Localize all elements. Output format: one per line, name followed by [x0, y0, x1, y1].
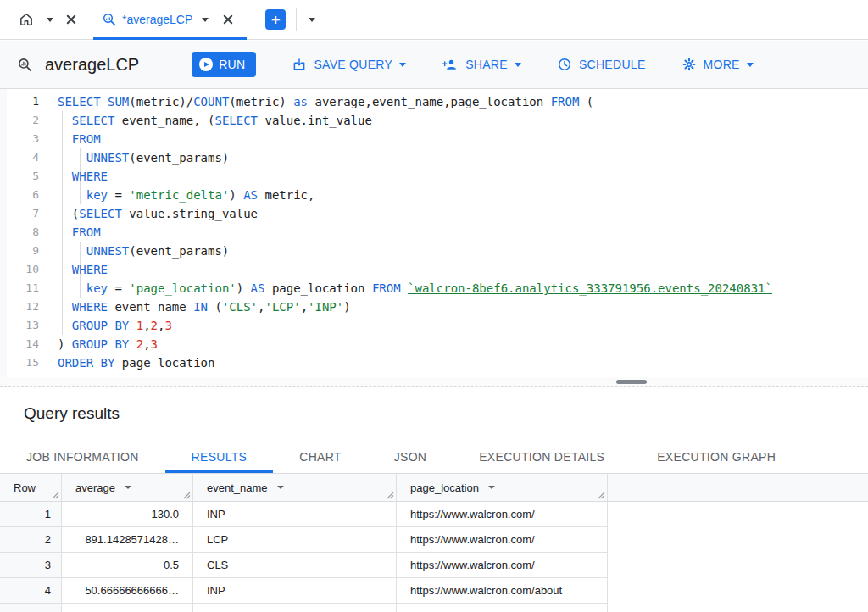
code-token: SELECT: [214, 114, 258, 127]
add-tab-button[interactable]: +: [265, 9, 286, 30]
close-home-tab-button[interactable]: [61, 7, 81, 32]
column-resize-handle[interactable]: [183, 492, 191, 499]
code-token: 3: [151, 337, 158, 351]
code-token: AS: [251, 281, 265, 295]
save-query-button[interactable]: SAVE QUERY: [292, 57, 406, 72]
query-tab-averagelcp[interactable]: *averageLCP: [93, 0, 247, 39]
code-token: [58, 300, 72, 314]
sql-editor[interactable]: 123456789101112131415 SELECT SUM(metric)…: [0, 89, 868, 377]
sort-caret-icon[interactable]: [277, 486, 284, 489]
code-token: IN: [193, 300, 208, 314]
results-tab-execution-details[interactable]: EXECUTION DETAILS: [453, 441, 631, 473]
sort-caret-icon[interactable]: [488, 486, 495, 489]
code-token: WHERE: [72, 263, 108, 276]
table-cell[interactable]: CLS: [193, 553, 397, 578]
table-cell[interactable]: LCP: [193, 527, 397, 553]
column-header-event_name[interactable]: event_name: [193, 474, 397, 501]
table-cell[interactable]: 891.1428571428…: [62, 527, 193, 553]
share-button[interactable]: SHARE: [442, 57, 521, 72]
home-tab-button[interactable]: [14, 7, 39, 32]
table-cell[interactable]: https://www.walcron.com/: [397, 553, 608, 578]
results-title: Query results: [24, 404, 120, 423]
code-line[interactable]: SELECT SUM(metric)/COUNT(metric) as aver…: [58, 92, 868, 111]
panel-resize-divider[interactable]: [0, 377, 868, 387]
more-button[interactable]: MORE: [682, 57, 754, 72]
close-icon: [222, 14, 234, 25]
row-number-cell: 3: [0, 553, 62, 578]
code-line[interactable]: (SELECT value.string_value: [58, 204, 868, 223]
code-line[interactable]: key = 'metric_delta') AS metric,: [58, 186, 868, 204]
drag-handle[interactable]: [616, 380, 647, 384]
table-cell: [193, 604, 397, 612]
table-cell: [397, 604, 608, 612]
table-cell[interactable]: 0.5: [62, 553, 193, 578]
code-line[interactable]: UNNEST(event_params): [58, 242, 868, 260]
code-token: ): [343, 300, 350, 314]
code-line[interactable]: WHERE: [58, 167, 868, 186]
code-line[interactable]: UNNEST(event_params): [58, 148, 868, 167]
code-token: 'LCP': [264, 300, 300, 314]
code-line[interactable]: WHERE: [58, 260, 868, 279]
table-cell[interactable]: 130.0: [62, 502, 193, 527]
column-header-label: event_name: [207, 481, 268, 494]
table-cell[interactable]: https://www.walcron.com/: [397, 527, 608, 553]
table-cell[interactable]: https://www.walcron.com/about: [397, 578, 608, 604]
close-query-tab-button[interactable]: [218, 7, 238, 32]
code-token: SUM: [108, 95, 129, 108]
schedule-button[interactable]: SCHEDULE: [557, 57, 646, 72]
results-tab-execution-graph[interactable]: EXECUTION GRAPH: [631, 441, 802, 473]
table-cell[interactable]: INP: [193, 502, 397, 527]
code-token: FROM: [551, 95, 580, 108]
table-reference-link[interactable]: `walcron-8bef6.analytics_333791956.event…: [408, 281, 772, 295]
code-token: [58, 188, 86, 202]
code-token: value.int_value: [258, 114, 372, 127]
editor-code[interactable]: SELECT SUM(metric)/COUNT(metric) as aver…: [58, 92, 868, 372]
table-cell[interactable]: INP: [193, 578, 397, 604]
code-line[interactable]: FROM: [58, 223, 868, 242]
results-tab-results[interactable]: RESULTS: [165, 441, 274, 473]
code-token: [58, 244, 86, 258]
home-tab-menu-button[interactable]: [42, 7, 58, 32]
results-tab-json[interactable]: JSON: [368, 441, 453, 473]
code-line[interactable]: key = 'page_location') AS page_location …: [58, 279, 868, 298]
results-tab-chart[interactable]: CHART: [273, 441, 367, 473]
column-resize-handle[interactable]: [598, 492, 605, 499]
sort-caret-icon[interactable]: [125, 486, 131, 489]
column-header-page_location[interactable]: page_location: [397, 474, 608, 501]
line-number: 12: [7, 298, 39, 316]
column-header-average[interactable]: average: [62, 474, 193, 501]
save-query-label: SAVE QUERY: [314, 58, 392, 71]
query-tab-menu-button[interactable]: [198, 7, 213, 32]
column-header-label: Row: [14, 481, 36, 494]
run-button[interactable]: RUN: [192, 52, 256, 77]
code-token: 'INP': [308, 300, 343, 314]
table-row-partial: [0, 604, 609, 612]
column-resize-handle[interactable]: [387, 492, 394, 499]
code-line[interactable]: ORDER BY page_location: [58, 353, 868, 372]
query-toolbar: averageLCP RUN SAVE QUERY SHARE: [0, 41, 868, 89]
chevron-down-icon: [309, 18, 315, 22]
code-line[interactable]: FROM: [58, 130, 868, 148]
table-row: 30.5CLShttps://www.walcron.com/: [0, 553, 609, 578]
run-button-label: RUN: [219, 58, 245, 71]
row-number-cell: 4: [0, 578, 62, 604]
table-cell[interactable]: 50.66666666666…: [62, 578, 193, 604]
column-header-row[interactable]: Row: [0, 474, 62, 501]
code-token: [58, 225, 72, 239]
query-title: averageLCP: [45, 55, 139, 75]
table-header-row: Rowaverageevent_namepage_location: [0, 474, 868, 502]
chevron-down-icon: [747, 63, 754, 67]
new-tab-menu-button[interactable]: [304, 7, 320, 32]
table-cell[interactable]: https://www.walcron.com/: [397, 502, 608, 527]
code-token: ): [236, 281, 251, 295]
code-line[interactable]: SELECT event_name, (SELECT value.int_val…: [58, 111, 868, 130]
code-token: (: [58, 207, 79, 220]
row-number-cell: [0, 604, 62, 612]
results-tab-job-information[interactable]: JOB INFORMATION: [0, 441, 165, 473]
code-token: 2: [136, 337, 143, 351]
column-resize-handle[interactable]: [52, 492, 59, 499]
home-icon: [18, 11, 35, 28]
code-line[interactable]: ) GROUP BY 2,3: [58, 335, 868, 353]
code-line[interactable]: GROUP BY 1,2,3: [58, 316, 868, 335]
code-line[interactable]: WHERE event_name IN ('CLS','LCP','INP'): [58, 298, 868, 316]
